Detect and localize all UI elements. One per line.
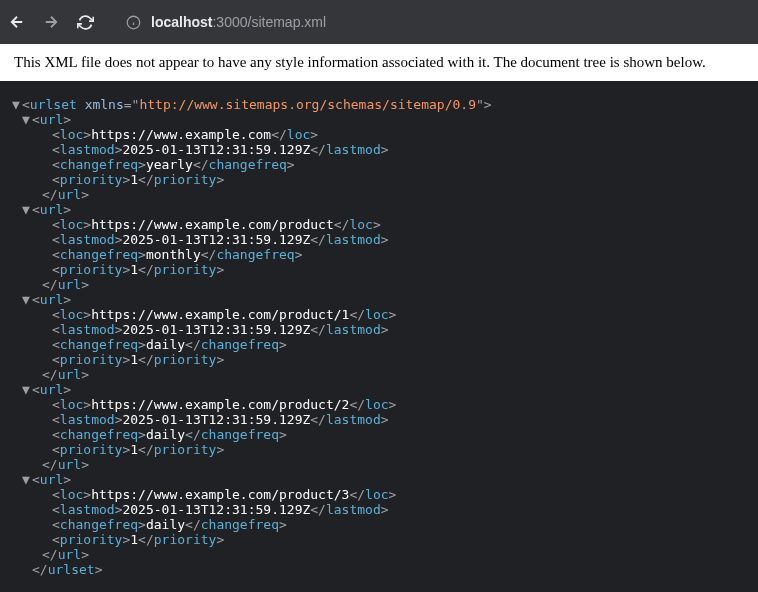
url-text: localhost:3000/sitemap.xml bbox=[151, 14, 326, 30]
xml-line: ▼<url> bbox=[12, 292, 746, 307]
xml-line: ▼<url> bbox=[12, 382, 746, 397]
xml-line: <loc>https://www.example.com</loc> bbox=[12, 127, 746, 142]
xml-line: <loc>https://www.example.com/product/1</… bbox=[12, 307, 746, 322]
xml-line: </url> bbox=[12, 547, 746, 562]
url-bar[interactable]: localhost:3000/sitemap.xml bbox=[122, 14, 750, 30]
nav-buttons bbox=[8, 13, 94, 31]
xml-tree: ▼<urlset xmlns="http://www.sitemaps.org/… bbox=[0, 81, 758, 592]
disclosure-triangle-icon[interactable]: ▼ bbox=[22, 382, 32, 397]
xml-line: ▼<urlset xmlns="http://www.sitemaps.org/… bbox=[12, 97, 746, 112]
xml-line: <changefreq>yearly</changefreq> bbox=[12, 157, 746, 172]
xml-line: <changefreq>monthly</changefreq> bbox=[12, 247, 746, 262]
xml-line: </url> bbox=[12, 367, 746, 382]
xml-line: <loc>https://www.example.com/product</lo… bbox=[12, 217, 746, 232]
xml-line: ▼<url> bbox=[12, 472, 746, 487]
xml-line: <lastmod>2025-01-13T12:31:59.129Z</lastm… bbox=[12, 502, 746, 517]
url-path: /sitemap.xml bbox=[248, 14, 327, 30]
url-host: localhost bbox=[151, 14, 212, 30]
xml-line: <priority>1</priority> bbox=[12, 172, 746, 187]
info-icon[interactable] bbox=[126, 15, 141, 30]
xml-line: </url> bbox=[12, 457, 746, 472]
xml-line: <changefreq>daily</changefreq> bbox=[12, 427, 746, 442]
disclosure-triangle-icon[interactable]: ▼ bbox=[22, 112, 32, 127]
disclosure-triangle-icon[interactable]: ▼ bbox=[12, 97, 22, 112]
back-icon[interactable] bbox=[8, 13, 26, 31]
forward-icon[interactable] bbox=[42, 13, 60, 31]
xml-line: <changefreq>daily</changefreq> bbox=[12, 337, 746, 352]
xml-line: <lastmod>2025-01-13T12:31:59.129Z</lastm… bbox=[12, 232, 746, 247]
url-port: :3000 bbox=[212, 14, 247, 30]
xml-line: <lastmod>2025-01-13T12:31:59.129Z</lastm… bbox=[12, 322, 746, 337]
xml-line: <priority>1</priority> bbox=[12, 352, 746, 367]
xml-line: <priority>1</priority> bbox=[12, 532, 746, 547]
banner-text: This XML file does not appear to have an… bbox=[14, 54, 706, 70]
xml-line: <loc>https://www.example.com/product/2</… bbox=[12, 397, 746, 412]
xml-line: <priority>1</priority> bbox=[12, 442, 746, 457]
xml-line: <changefreq>daily</changefreq> bbox=[12, 517, 746, 532]
xml-line: <loc>https://www.example.com/product/3</… bbox=[12, 487, 746, 502]
disclosure-triangle-icon[interactable]: ▼ bbox=[22, 292, 32, 307]
xml-line: </urlset> bbox=[12, 562, 746, 577]
xml-line: <priority>1</priority> bbox=[12, 262, 746, 277]
xml-line: <lastmod>2025-01-13T12:31:59.129Z</lastm… bbox=[12, 412, 746, 427]
reload-icon[interactable] bbox=[76, 13, 94, 31]
xml-line: ▼<url> bbox=[12, 112, 746, 127]
browser-toolbar: localhost:3000/sitemap.xml bbox=[0, 0, 758, 44]
xml-line: <lastmod>2025-01-13T12:31:59.129Z</lastm… bbox=[12, 142, 746, 157]
disclosure-triangle-icon[interactable]: ▼ bbox=[22, 472, 32, 487]
xml-line: ▼<url> bbox=[12, 202, 746, 217]
xml-line: </url> bbox=[12, 277, 746, 292]
xml-info-banner: This XML file does not appear to have an… bbox=[0, 44, 758, 81]
disclosure-triangle-icon[interactable]: ▼ bbox=[22, 202, 32, 217]
xml-line: </url> bbox=[12, 187, 746, 202]
